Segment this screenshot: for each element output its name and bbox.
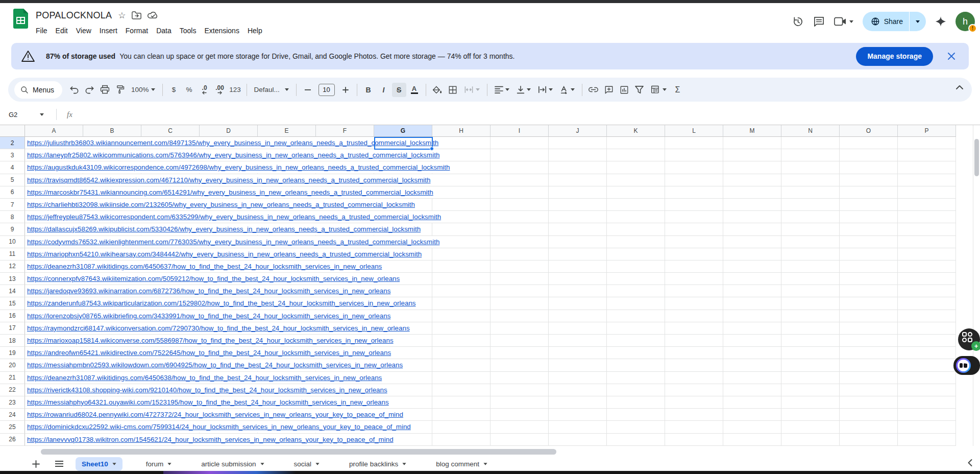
menu-item[interactable]: Extensions xyxy=(200,25,243,36)
menu-item[interactable]: Data xyxy=(152,25,176,36)
all-sheets-button[interactable] xyxy=(53,458,65,470)
horizontal-scrollbar[interactable] xyxy=(0,446,980,457)
cell-link[interactable]: https://connerxpfv87643.wikiitemization.… xyxy=(25,273,403,285)
sheet-tab-menu-icon[interactable] xyxy=(112,463,116,465)
column-header[interactable]: C xyxy=(141,125,200,137)
cell-link[interactable]: https://codyvmds76532.wikienlightenment.… xyxy=(25,236,443,248)
cell-link[interactable]: https://deanezrh31087.wikitidings.com/64… xyxy=(25,372,385,384)
column-header[interactable]: N xyxy=(781,125,840,137)
decrease-font-size-button[interactable] xyxy=(301,83,315,97)
row-header[interactable]: 17 xyxy=(0,322,25,335)
cell-link[interactable]: https://deanezrh31087.wikitidings.com/64… xyxy=(25,260,385,272)
banner-close-icon[interactable] xyxy=(946,51,957,61)
menu-item[interactable]: File xyxy=(32,25,52,36)
font-selector[interactable]: Defaul... xyxy=(251,83,292,97)
cell-link[interactable]: https://rowanriud68024.pennywiki.com/472… xyxy=(25,409,406,420)
cells-area[interactable]: https://juliusthrb36803.wikiannouncement… xyxy=(25,137,956,446)
column-header[interactable]: B xyxy=(83,125,141,137)
cell-link[interactable]: https://andreofwn65421.wikidirective.com… xyxy=(25,347,394,359)
sheet-tab[interactable]: article submission xyxy=(195,457,270,471)
extension-clover-bubble[interactable]: + xyxy=(958,328,980,350)
row-header[interactable]: 5 xyxy=(0,174,25,186)
cell-link[interactable]: https://dominickdcxu22592.wiki-cms.com/7… xyxy=(25,421,414,433)
sheet-tab-menu-icon[interactable] xyxy=(316,463,320,465)
column-header[interactable]: K xyxy=(607,125,665,137)
horizontal-scrollbar-thumb[interactable] xyxy=(41,449,556,455)
row-header[interactable]: 6 xyxy=(0,186,25,199)
column-header[interactable]: P xyxy=(898,125,956,137)
cell-link[interactable]: https://dallascujx58269.wikipublicist.co… xyxy=(25,223,424,235)
redo-button[interactable] xyxy=(82,83,96,97)
cell-link[interactable]: https://lorenzobsjy08765.wikibriefing.co… xyxy=(25,310,394,322)
row-header[interactable]: 26 xyxy=(0,434,25,446)
column-header[interactable]: J xyxy=(549,125,607,137)
format-percent-button[interactable]: % xyxy=(182,83,197,97)
manage-storage-button[interactable]: Manage storage xyxy=(856,47,933,66)
sheet-tab[interactable]: blog comment xyxy=(430,457,494,471)
row-header[interactable]: 12 xyxy=(0,260,25,273)
italic-button[interactable]: I xyxy=(377,83,391,97)
column-header[interactable]: M xyxy=(723,125,781,137)
cloud-saved-icon[interactable] xyxy=(148,11,158,19)
row-header[interactable]: 18 xyxy=(0,335,25,347)
cell-link[interactable]: https://marcoskbr75431.wikiannouncing.co… xyxy=(25,186,436,198)
gemini-sparkle-icon[interactable] xyxy=(935,16,946,27)
row-header[interactable]: 13 xyxy=(0,273,25,285)
sheets-logo-icon[interactable] xyxy=(13,9,28,29)
row-header[interactable]: 8 xyxy=(0,211,25,223)
menu-item[interactable]: Edit xyxy=(52,25,72,36)
strikethrough-button[interactable]: S xyxy=(392,83,406,97)
row-header[interactable]: 21 xyxy=(0,372,25,384)
share-button[interactable]: Share xyxy=(863,12,926,31)
cell-link[interactable]: https://marioxoap15814.wikiconverse.com/… xyxy=(25,335,397,346)
sheet-tab[interactable]: Sheet10 xyxy=(76,457,122,471)
vertical-scrollbar-thumb[interactable] xyxy=(974,139,979,176)
cell-link[interactable]: https://messiahpmbn02593.wikilowdown.com… xyxy=(25,359,406,371)
menu-item[interactable]: Insert xyxy=(95,25,121,36)
merge-cells-button[interactable] xyxy=(461,83,483,97)
bold-button[interactable]: B xyxy=(361,83,376,97)
row-header[interactable]: 24 xyxy=(0,409,25,421)
select-all-corner[interactable] xyxy=(0,125,25,137)
vertical-align-button[interactable] xyxy=(513,83,534,97)
star-icon[interactable]: ☆ xyxy=(118,11,126,20)
hide-menus-chevron[interactable] xyxy=(955,85,964,90)
sheet-tab[interactable]: forum xyxy=(140,457,178,471)
fill-color-button[interactable] xyxy=(430,83,445,97)
number-format-button[interactable]: 123 xyxy=(228,83,242,97)
sheet-tab-menu-icon[interactable] xyxy=(168,463,172,465)
share-dropdown[interactable] xyxy=(910,20,926,23)
text-wrap-button[interactable] xyxy=(535,83,556,97)
row-header[interactable]: 23 xyxy=(0,396,25,409)
row-header[interactable]: 15 xyxy=(0,297,25,310)
tab-scroll-chevron[interactable] xyxy=(967,459,973,467)
cell-link[interactable]: https://charliehbti32098.wikiinside.com/… xyxy=(25,199,418,210)
account-avatar[interactable]: h ! xyxy=(955,12,975,31)
row-header[interactable]: 22 xyxy=(0,384,25,396)
column-header[interactable]: A xyxy=(25,125,83,137)
menus-search-button[interactable]: Menus xyxy=(14,81,62,99)
formula-input[interactable] xyxy=(72,104,980,125)
row-header[interactable]: 16 xyxy=(0,310,25,322)
sheet-tab-menu-icon[interactable] xyxy=(260,463,264,465)
row-header[interactable]: 7 xyxy=(0,199,25,211)
row-header[interactable]: 10 xyxy=(0,236,25,248)
functions-button[interactable]: Σ xyxy=(671,83,685,97)
format-currency-button[interactable]: $ xyxy=(167,83,181,97)
paint-format-button[interactable] xyxy=(113,83,127,97)
cell-link[interactable]: https://jaredoqve93693.wikinarration.com… xyxy=(25,285,394,297)
cell-link[interactable]: https://zanderunfu87543.wikiparticulariz… xyxy=(25,297,419,309)
table-views-button[interactable] xyxy=(648,83,670,97)
row-header[interactable]: 14 xyxy=(0,285,25,297)
sheet-tab-menu-icon[interactable] xyxy=(403,463,406,465)
column-header[interactable]: E xyxy=(258,125,316,137)
row-header[interactable]: 19 xyxy=(0,347,25,359)
cell-link[interactable]: https://juliusthrb36803.wikiannouncement… xyxy=(25,137,442,149)
column-header[interactable]: L xyxy=(665,125,723,137)
cell-link[interactable]: https://travisqmdt86542.wikiexpression.c… xyxy=(25,174,433,186)
cell-link[interactable]: https://riverictk43108.shopping-wiki.com… xyxy=(25,384,390,396)
column-header[interactable]: G xyxy=(374,125,432,137)
move-folder-icon[interactable] xyxy=(132,11,141,19)
sheet-tab-menu-icon[interactable] xyxy=(483,463,487,465)
row-header[interactable]: 9 xyxy=(0,223,25,235)
